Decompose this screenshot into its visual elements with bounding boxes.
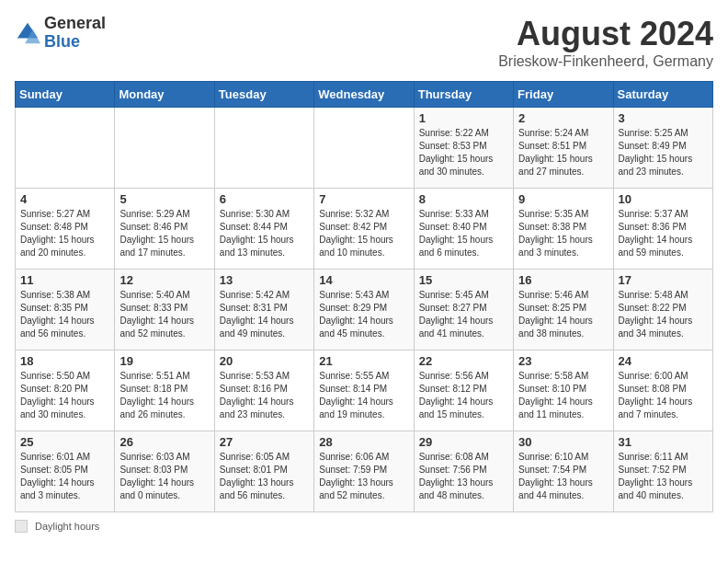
calendar-cell: 2Sunrise: 5:24 AM Sunset: 8:51 PM Daylig… [514, 108, 613, 189]
day-info: Sunrise: 6:11 AM Sunset: 7:52 PM Dayligh… [619, 451, 708, 502]
calendar-cell: 4Sunrise: 5:27 AM Sunset: 8:48 PM Daylig… [16, 189, 115, 270]
day-info: Sunrise: 6:10 AM Sunset: 7:54 PM Dayligh… [518, 451, 608, 502]
logo-blue-text: Blue [44, 33, 106, 52]
day-info: Sunrise: 6:03 AM Sunset: 8:03 PM Dayligh… [119, 451, 209, 502]
day-number: 14 [319, 273, 408, 287]
month-title: August 2024 [498, 15, 713, 53]
calendar-cell: 17Sunrise: 5:48 AM Sunset: 8:22 PM Dayli… [613, 270, 712, 350]
weekday-header-thursday: Thursday [414, 82, 513, 108]
day-number: 27 [220, 435, 309, 449]
day-number: 19 [119, 354, 209, 368]
location-title: Brieskow-Finkenheerd, Germany [498, 53, 713, 70]
calendar-cell: 7Sunrise: 5:32 AM Sunset: 8:42 PM Daylig… [314, 189, 414, 270]
calendar-cell [16, 108, 115, 189]
day-number: 4 [20, 192, 109, 206]
day-number: 11 [20, 273, 109, 287]
calendar-header: SundayMondayTuesdayWednesdayThursdayFrid… [16, 82, 713, 108]
day-number: 31 [619, 435, 708, 449]
calendar-cell: 5Sunrise: 5:29 AM Sunset: 8:46 PM Daylig… [115, 189, 214, 270]
day-info: Sunrise: 5:45 AM Sunset: 8:27 PM Dayligh… [419, 289, 508, 340]
weekday-header-tuesday: Tuesday [214, 82, 313, 108]
calendar-cell: 15Sunrise: 5:45 AM Sunset: 8:27 PM Dayli… [414, 270, 513, 350]
day-number: 20 [220, 354, 309, 368]
calendar-cell: 23Sunrise: 5:58 AM Sunset: 8:10 PM Dayli… [514, 350, 613, 431]
day-info: Sunrise: 5:56 AM Sunset: 8:12 PM Dayligh… [419, 370, 508, 421]
calendar-cell: 13Sunrise: 5:42 AM Sunset: 8:31 PM Dayli… [214, 270, 313, 350]
calendar-cell: 18Sunrise: 5:50 AM Sunset: 8:20 PM Dayli… [16, 350, 115, 431]
calendar-cell: 10Sunrise: 5:37 AM Sunset: 8:36 PM Dayli… [613, 189, 712, 270]
day-info: Sunrise: 5:32 AM Sunset: 8:42 PM Dayligh… [319, 208, 408, 259]
day-number: 2 [518, 111, 608, 125]
day-info: Sunrise: 5:33 AM Sunset: 8:40 PM Dayligh… [419, 208, 508, 259]
weekday-header-friday: Friday [514, 82, 613, 108]
calendar-cell: 22Sunrise: 5:56 AM Sunset: 8:12 PM Dayli… [414, 350, 513, 431]
calendar-week-3: 11Sunrise: 5:38 AM Sunset: 8:35 PM Dayli… [16, 270, 713, 350]
day-number: 30 [518, 435, 608, 449]
day-number: 17 [619, 273, 708, 287]
day-number: 21 [319, 354, 408, 368]
day-info: Sunrise: 5:24 AM Sunset: 8:51 PM Dayligh… [518, 127, 608, 178]
day-number: 5 [119, 192, 209, 206]
calendar-table: SundayMondayTuesdayWednesdayThursdayFrid… [15, 81, 713, 512]
day-number: 22 [419, 354, 508, 368]
weekday-header-saturday: Saturday [613, 82, 712, 108]
calendar-cell: 1Sunrise: 5:22 AM Sunset: 8:53 PM Daylig… [414, 108, 513, 189]
day-number: 9 [518, 192, 608, 206]
weekday-header-sunday: Sunday [16, 82, 115, 108]
day-number: 13 [220, 273, 309, 287]
day-number: 3 [619, 111, 708, 125]
calendar-week-5: 25Sunrise: 6:01 AM Sunset: 8:05 PM Dayli… [16, 431, 713, 512]
day-info: Sunrise: 5:30 AM Sunset: 8:44 PM Dayligh… [220, 208, 309, 259]
calendar-week-1: 1Sunrise: 5:22 AM Sunset: 8:53 PM Daylig… [16, 108, 713, 189]
calendar-cell: 11Sunrise: 5:38 AM Sunset: 8:35 PM Dayli… [16, 270, 115, 350]
day-number: 23 [518, 354, 608, 368]
day-number: 24 [619, 354, 708, 368]
calendar-cell: 24Sunrise: 6:00 AM Sunset: 8:08 PM Dayli… [613, 350, 712, 431]
calendar-cell: 26Sunrise: 6:03 AM Sunset: 8:03 PM Dayli… [115, 431, 214, 512]
logo-text: General Blue [44, 15, 106, 52]
calendar-week-4: 18Sunrise: 5:50 AM Sunset: 8:20 PM Dayli… [16, 350, 713, 431]
day-info: Sunrise: 6:00 AM Sunset: 8:08 PM Dayligh… [619, 370, 708, 421]
day-info: Sunrise: 5:55 AM Sunset: 8:14 PM Dayligh… [319, 370, 408, 421]
calendar-cell [115, 108, 214, 189]
calendar-cell: 27Sunrise: 6:05 AM Sunset: 8:01 PM Dayli… [214, 431, 313, 512]
day-number: 15 [419, 273, 508, 287]
day-info: Sunrise: 6:01 AM Sunset: 8:05 PM Dayligh… [20, 451, 109, 502]
logo-general-text: General [44, 15, 106, 33]
footer-note: Daylight hours [15, 520, 713, 533]
calendar-cell [214, 108, 313, 189]
day-number: 8 [419, 192, 508, 206]
calendar-cell: 31Sunrise: 6:11 AM Sunset: 7:52 PM Dayli… [613, 431, 712, 512]
calendar-week-2: 4Sunrise: 5:27 AM Sunset: 8:48 PM Daylig… [16, 189, 713, 270]
day-info: Sunrise: 5:38 AM Sunset: 8:35 PM Dayligh… [20, 289, 109, 340]
calendar-cell: 21Sunrise: 5:55 AM Sunset: 8:14 PM Dayli… [314, 350, 414, 431]
day-number: 6 [220, 192, 309, 206]
day-info: Sunrise: 5:51 AM Sunset: 8:18 PM Dayligh… [119, 370, 209, 421]
day-number: 10 [619, 192, 708, 206]
weekday-row: SundayMondayTuesdayWednesdayThursdayFrid… [16, 82, 713, 108]
calendar-cell: 6Sunrise: 5:30 AM Sunset: 8:44 PM Daylig… [214, 189, 313, 270]
day-info: Sunrise: 6:08 AM Sunset: 7:56 PM Dayligh… [419, 451, 508, 502]
logo: General Blue [15, 15, 106, 52]
day-info: Sunrise: 5:42 AM Sunset: 8:31 PM Dayligh… [220, 289, 309, 340]
day-info: Sunrise: 5:22 AM Sunset: 8:53 PM Dayligh… [419, 127, 508, 178]
calendar-cell: 28Sunrise: 6:06 AM Sunset: 7:59 PM Dayli… [314, 431, 414, 512]
day-info: Sunrise: 5:27 AM Sunset: 8:48 PM Dayligh… [20, 208, 109, 259]
calendar-cell: 12Sunrise: 5:40 AM Sunset: 8:33 PM Dayli… [115, 270, 214, 350]
day-info: Sunrise: 6:05 AM Sunset: 8:01 PM Dayligh… [220, 451, 309, 502]
day-info: Sunrise: 5:29 AM Sunset: 8:46 PM Dayligh… [119, 208, 209, 259]
weekday-header-monday: Monday [115, 82, 214, 108]
day-info: Sunrise: 5:50 AM Sunset: 8:20 PM Dayligh… [20, 370, 109, 421]
calendar-body: 1Sunrise: 5:22 AM Sunset: 8:53 PM Daylig… [16, 108, 713, 512]
calendar-cell [314, 108, 414, 189]
calendar-cell: 3Sunrise: 5:25 AM Sunset: 8:49 PM Daylig… [613, 108, 712, 189]
day-number: 26 [119, 435, 209, 449]
calendar-cell: 29Sunrise: 6:08 AM Sunset: 7:56 PM Dayli… [414, 431, 513, 512]
day-number: 1 [419, 111, 508, 125]
footer-note-text: Daylight hours [35, 521, 99, 532]
calendar-cell: 9Sunrise: 5:35 AM Sunset: 8:38 PM Daylig… [514, 189, 613, 270]
day-info: Sunrise: 5:46 AM Sunset: 8:25 PM Dayligh… [518, 289, 608, 340]
calendar-cell: 20Sunrise: 5:53 AM Sunset: 8:16 PM Dayli… [214, 350, 313, 431]
day-number: 12 [119, 273, 209, 287]
calendar-cell: 14Sunrise: 5:43 AM Sunset: 8:29 PM Dayli… [314, 270, 414, 350]
